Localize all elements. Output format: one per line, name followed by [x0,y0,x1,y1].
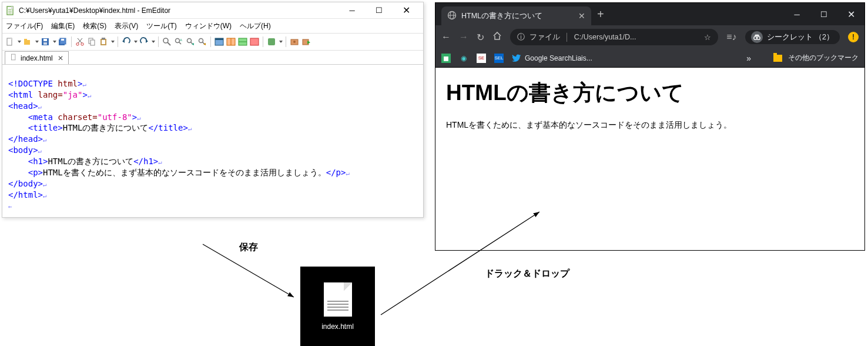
run-macro-icon[interactable] [301,36,311,48]
svg-point-15 [76,43,79,45]
bm-sel-icon: SEL [494,54,504,63]
editor-title-bar[interactable]: C:¥Users¥yuta1¥Desktop¥index.html - EmEd… [2,2,423,19]
bm-se-icon: SE [477,54,486,63]
editor-tab-bar: index.html ✕ [2,51,423,65]
other-bookmarks-label: その他のブックマーク [788,53,859,63]
bookmark-item[interactable]: SE [477,54,486,63]
svg-line-29 [179,42,182,45]
arrow-dragdrop [375,206,551,324]
paste-icon[interactable] [98,36,109,48]
page-heading: HTMLの書き方について [446,78,854,108]
incognito-icon [751,31,763,43]
other-bookmarks[interactable]: その他のブックマーク [773,53,859,63]
profile-badge[interactable]: ! [848,32,859,42]
media-icon[interactable]: ≡♪ [726,32,736,42]
editor-tab[interactable]: index.html ✕ [5,51,69,64]
menu-search[interactable]: 検索(S) [83,21,106,31]
arrow-save [200,241,311,306]
undo-icon[interactable] [121,36,132,48]
minimize-button[interactable]: ─ [339,2,366,19]
save-icon[interactable] [40,36,51,48]
browser-tab-close-icon[interactable]: ✕ [578,11,585,21]
bookmark-item-twitter[interactable]: Google SearchLiais... [512,54,592,63]
svg-point-34 [199,39,203,43]
copy-icon[interactable] [86,36,97,48]
new-tab-button[interactable]: + [597,8,604,21]
editor-toolbar: A [2,34,423,51]
menu-window[interactable]: ウィンドウ(W) [185,21,232,31]
address-label: ファイル [529,32,560,42]
bookmark-item[interactable]: ◉ [459,54,468,63]
svg-text:A: A [180,38,182,42]
svg-rect-1 [11,6,13,9]
plugin1-icon[interactable] [266,36,277,48]
menu-tools[interactable]: ツール(T) [146,21,176,31]
editor-menu-bar: ファイル(F) 編集(E) 検索(S) 表示(V) ツール(T) ウィンドウ(W… [2,19,423,34]
menu-file[interactable]: ファイル(F) [6,21,43,31]
browser-window-controls: ─ ☐ ✕ [783,3,864,25]
new-file-icon[interactable] [5,36,15,48]
layout1-icon[interactable] [214,36,224,48]
editor-tab-close-icon[interactable]: ✕ [58,54,63,62]
forward-button[interactable]: → [459,32,468,42]
twitter-icon [512,54,521,63]
browser-tab-strip: HTMLの書き方について ✕ + ─ ☐ ✕ [435,3,864,25]
svg-point-28 [176,39,180,43]
svg-marker-25 [146,39,148,43]
menu-help[interactable]: ヘルプ(H) [240,21,271,31]
bookmark-item[interactable]: SEL [494,54,504,63]
back-button[interactable]: ← [441,32,451,42]
svg-point-54 [757,36,760,39]
address-sep: │ [565,33,569,41]
editor-app-icon [6,6,15,15]
bookmark-item[interactable]: ◼ [441,54,451,63]
cut-icon[interactable] [75,36,85,48]
home-button[interactable] [492,31,502,43]
replace-icon[interactable] [197,36,207,48]
editor-window-controls: ─ ☐ ✕ [339,2,420,19]
find-next-icon[interactable]: A [173,36,184,48]
folder-icon [773,55,782,62]
maximize-button[interactable]: ☐ [366,2,393,19]
find-prev-icon[interactable] [185,36,196,48]
page-paragraph: HTMLを書くために、まず基本的なソースコードをそのまま活用しましょう。 [446,118,854,132]
svg-rect-23 [102,40,105,44]
layout2-icon[interactable] [226,36,236,48]
browser-close-button[interactable]: ✕ [837,3,864,25]
svg-marker-24 [122,39,125,43]
address-bar[interactable]: ⓘ ファイル │ C:/Users/yuta1/D... ☆ [510,29,718,45]
redo-icon[interactable] [139,36,149,48]
browser-minimize-button[interactable]: ─ [783,3,810,25]
menu-edit[interactable]: 編集(E) [51,21,75,31]
bookmarks-bar: ◼ ◉ SE SEL Google SearchLiais... » その他のブ… [435,49,864,68]
incognito-text: シークレット （2） [767,32,834,42]
menu-view[interactable]: 表示(V) [115,21,138,31]
save-all-icon[interactable] [58,36,68,48]
svg-rect-7 [24,40,30,45]
browser-tab[interactable]: HTMLの書き方について ✕ [441,6,591,25]
open-file-icon[interactable] [22,36,33,48]
browser-maximize-button[interactable]: ☐ [810,3,837,25]
find-icon[interactable] [162,36,172,48]
file-icon-tile[interactable]: index.html [300,267,375,346]
star-icon[interactable]: ☆ [704,33,711,42]
close-button[interactable]: ✕ [393,2,420,19]
incognito-indicator[interactable]: シークレット （2） [745,30,840,44]
svg-rect-22 [102,38,105,39]
svg-line-17 [78,38,82,43]
svg-rect-10 [43,39,47,41]
svg-line-18 [78,38,82,43]
layout3-icon[interactable] [237,36,248,48]
bookmarks-overflow[interactable]: » [746,54,751,63]
globe-icon [447,11,457,22]
bm-icon2: ◉ [459,54,468,63]
editor-title-text: C:¥Users¥yuta1¥Desktop¥index.html - EmEd… [19,6,339,15]
svg-point-16 [81,43,83,45]
svg-rect-14 [61,39,64,41]
reload-button[interactable]: ↻ [477,32,484,43]
svg-point-31 [187,39,192,43]
layout4-icon[interactable] [249,36,260,48]
editor-code-area[interactable]: <!DOCTYPE html>↵ <html lang="ja">↵ <head… [2,65,423,226]
browser-toolbar: ← → ↻ ⓘ ファイル │ C:/Users/yuta1/D... ☆ ≡♪ … [435,25,864,49]
macro-icon[interactable] [289,36,300,48]
